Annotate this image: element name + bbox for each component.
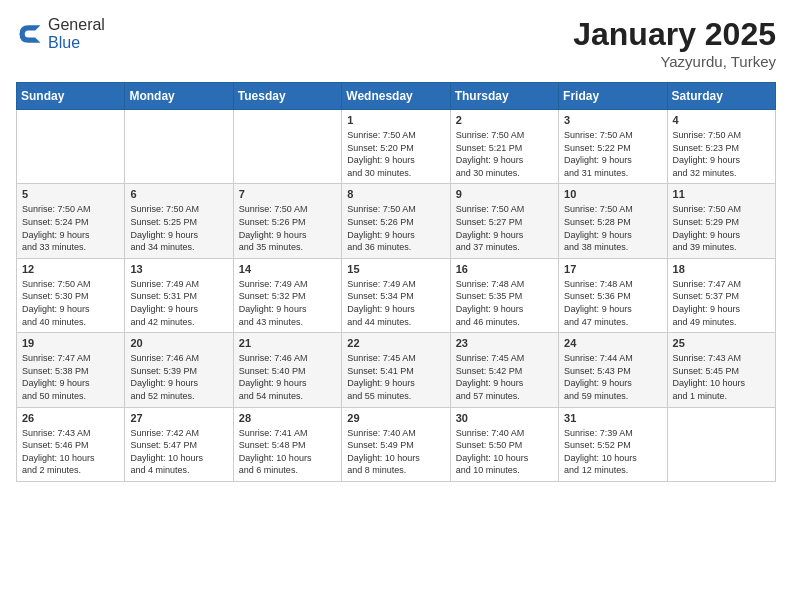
day-number: 29 — [347, 412, 444, 424]
day-number: 11 — [673, 188, 770, 200]
calendar-cell: 23Sunrise: 7:45 AM Sunset: 5:42 PM Dayli… — [450, 333, 558, 407]
day-info: Sunrise: 7:50 AM Sunset: 5:23 PM Dayligh… — [673, 129, 770, 179]
calendar-cell: 25Sunrise: 7:43 AM Sunset: 5:45 PM Dayli… — [667, 333, 775, 407]
day-number: 25 — [673, 337, 770, 349]
calendar-cell: 28Sunrise: 7:41 AM Sunset: 5:48 PM Dayli… — [233, 407, 341, 481]
calendar-table: SundayMondayTuesdayWednesdayThursdayFrid… — [16, 82, 776, 482]
day-info: Sunrise: 7:46 AM Sunset: 5:39 PM Dayligh… — [130, 352, 227, 402]
calendar-cell: 15Sunrise: 7:49 AM Sunset: 5:34 PM Dayli… — [342, 258, 450, 332]
day-info: Sunrise: 7:45 AM Sunset: 5:41 PM Dayligh… — [347, 352, 444, 402]
calendar-week-row: 5Sunrise: 7:50 AM Sunset: 5:24 PM Daylig… — [17, 184, 776, 258]
day-number: 13 — [130, 263, 227, 275]
calendar-week-row: 12Sunrise: 7:50 AM Sunset: 5:30 PM Dayli… — [17, 258, 776, 332]
day-number: 18 — [673, 263, 770, 275]
calendar-cell: 30Sunrise: 7:40 AM Sunset: 5:50 PM Dayli… — [450, 407, 558, 481]
calendar-cell: 11Sunrise: 7:50 AM Sunset: 5:29 PM Dayli… — [667, 184, 775, 258]
calendar-cell: 29Sunrise: 7:40 AM Sunset: 5:49 PM Dayli… — [342, 407, 450, 481]
day-number: 17 — [564, 263, 661, 275]
page-header: General Blue January 2025 Yazyurdu, Turk… — [16, 16, 776, 70]
calendar-cell: 27Sunrise: 7:42 AM Sunset: 5:47 PM Dayli… — [125, 407, 233, 481]
day-number: 1 — [347, 114, 444, 126]
day-info: Sunrise: 7:49 AM Sunset: 5:31 PM Dayligh… — [130, 278, 227, 328]
day-number: 14 — [239, 263, 336, 275]
calendar-cell — [233, 110, 341, 184]
day-info: Sunrise: 7:41 AM Sunset: 5:48 PM Dayligh… — [239, 427, 336, 477]
day-number: 3 — [564, 114, 661, 126]
day-info: Sunrise: 7:50 AM Sunset: 5:21 PM Dayligh… — [456, 129, 553, 179]
day-info: Sunrise: 7:48 AM Sunset: 5:36 PM Dayligh… — [564, 278, 661, 328]
title-block: January 2025 Yazyurdu, Turkey — [573, 16, 776, 70]
day-info: Sunrise: 7:46 AM Sunset: 5:40 PM Dayligh… — [239, 352, 336, 402]
day-number: 6 — [130, 188, 227, 200]
calendar-cell — [17, 110, 125, 184]
weekday-header: Wednesday — [342, 83, 450, 110]
calendar-cell: 17Sunrise: 7:48 AM Sunset: 5:36 PM Dayli… — [559, 258, 667, 332]
day-number: 31 — [564, 412, 661, 424]
calendar-cell: 5Sunrise: 7:50 AM Sunset: 5:24 PM Daylig… — [17, 184, 125, 258]
day-number: 28 — [239, 412, 336, 424]
day-info: Sunrise: 7:50 AM Sunset: 5:30 PM Dayligh… — [22, 278, 119, 328]
weekday-header: Thursday — [450, 83, 558, 110]
day-number: 9 — [456, 188, 553, 200]
day-number: 4 — [673, 114, 770, 126]
calendar-cell — [125, 110, 233, 184]
weekday-header: Saturday — [667, 83, 775, 110]
calendar-cell: 26Sunrise: 7:43 AM Sunset: 5:46 PM Dayli… — [17, 407, 125, 481]
day-number: 26 — [22, 412, 119, 424]
day-info: Sunrise: 7:40 AM Sunset: 5:49 PM Dayligh… — [347, 427, 444, 477]
day-info: Sunrise: 7:43 AM Sunset: 5:45 PM Dayligh… — [673, 352, 770, 402]
day-info: Sunrise: 7:50 AM Sunset: 5:28 PM Dayligh… — [564, 203, 661, 253]
calendar-cell: 19Sunrise: 7:47 AM Sunset: 5:38 PM Dayli… — [17, 333, 125, 407]
logo-general: General — [48, 16, 105, 33]
day-info: Sunrise: 7:47 AM Sunset: 5:37 PM Dayligh… — [673, 278, 770, 328]
calendar-cell: 6Sunrise: 7:50 AM Sunset: 5:25 PM Daylig… — [125, 184, 233, 258]
calendar-cell: 2Sunrise: 7:50 AM Sunset: 5:21 PM Daylig… — [450, 110, 558, 184]
day-info: Sunrise: 7:50 AM Sunset: 5:25 PM Dayligh… — [130, 203, 227, 253]
day-number: 27 — [130, 412, 227, 424]
day-number: 15 — [347, 263, 444, 275]
day-number: 8 — [347, 188, 444, 200]
day-number: 12 — [22, 263, 119, 275]
calendar-cell — [667, 407, 775, 481]
day-info: Sunrise: 7:40 AM Sunset: 5:50 PM Dayligh… — [456, 427, 553, 477]
day-number: 21 — [239, 337, 336, 349]
day-info: Sunrise: 7:48 AM Sunset: 5:35 PM Dayligh… — [456, 278, 553, 328]
day-number: 10 — [564, 188, 661, 200]
calendar-cell: 7Sunrise: 7:50 AM Sunset: 5:26 PM Daylig… — [233, 184, 341, 258]
day-number: 20 — [130, 337, 227, 349]
day-number: 19 — [22, 337, 119, 349]
day-number: 23 — [456, 337, 553, 349]
day-info: Sunrise: 7:50 AM Sunset: 5:20 PM Dayligh… — [347, 129, 444, 179]
calendar-cell: 31Sunrise: 7:39 AM Sunset: 5:52 PM Dayli… — [559, 407, 667, 481]
calendar-cell: 8Sunrise: 7:50 AM Sunset: 5:26 PM Daylig… — [342, 184, 450, 258]
calendar-week-row: 19Sunrise: 7:47 AM Sunset: 5:38 PM Dayli… — [17, 333, 776, 407]
calendar-cell: 18Sunrise: 7:47 AM Sunset: 5:37 PM Dayli… — [667, 258, 775, 332]
calendar-cell: 16Sunrise: 7:48 AM Sunset: 5:35 PM Dayli… — [450, 258, 558, 332]
day-number: 2 — [456, 114, 553, 126]
day-info: Sunrise: 7:49 AM Sunset: 5:32 PM Dayligh… — [239, 278, 336, 328]
calendar-cell: 9Sunrise: 7:50 AM Sunset: 5:27 PM Daylig… — [450, 184, 558, 258]
calendar-location: Yazyurdu, Turkey — [573, 53, 776, 70]
calendar-cell: 14Sunrise: 7:49 AM Sunset: 5:32 PM Dayli… — [233, 258, 341, 332]
day-info: Sunrise: 7:50 AM Sunset: 5:22 PM Dayligh… — [564, 129, 661, 179]
weekday-header-row: SundayMondayTuesdayWednesdayThursdayFrid… — [17, 83, 776, 110]
day-info: Sunrise: 7:49 AM Sunset: 5:34 PM Dayligh… — [347, 278, 444, 328]
weekday-header: Friday — [559, 83, 667, 110]
day-info: Sunrise: 7:39 AM Sunset: 5:52 PM Dayligh… — [564, 427, 661, 477]
weekday-header: Tuesday — [233, 83, 341, 110]
calendar-cell: 4Sunrise: 7:50 AM Sunset: 5:23 PM Daylig… — [667, 110, 775, 184]
logo-text: General Blue — [48, 16, 105, 52]
day-info: Sunrise: 7:47 AM Sunset: 5:38 PM Dayligh… — [22, 352, 119, 402]
calendar-week-row: 1Sunrise: 7:50 AM Sunset: 5:20 PM Daylig… — [17, 110, 776, 184]
day-number: 16 — [456, 263, 553, 275]
day-number: 5 — [22, 188, 119, 200]
calendar-cell: 21Sunrise: 7:46 AM Sunset: 5:40 PM Dayli… — [233, 333, 341, 407]
weekday-header: Monday — [125, 83, 233, 110]
calendar-week-row: 26Sunrise: 7:43 AM Sunset: 5:46 PM Dayli… — [17, 407, 776, 481]
day-info: Sunrise: 7:43 AM Sunset: 5:46 PM Dayligh… — [22, 427, 119, 477]
day-number: 7 — [239, 188, 336, 200]
logo: General Blue — [16, 16, 105, 52]
weekday-header: Sunday — [17, 83, 125, 110]
day-number: 22 — [347, 337, 444, 349]
calendar-cell: 3Sunrise: 7:50 AM Sunset: 5:22 PM Daylig… — [559, 110, 667, 184]
